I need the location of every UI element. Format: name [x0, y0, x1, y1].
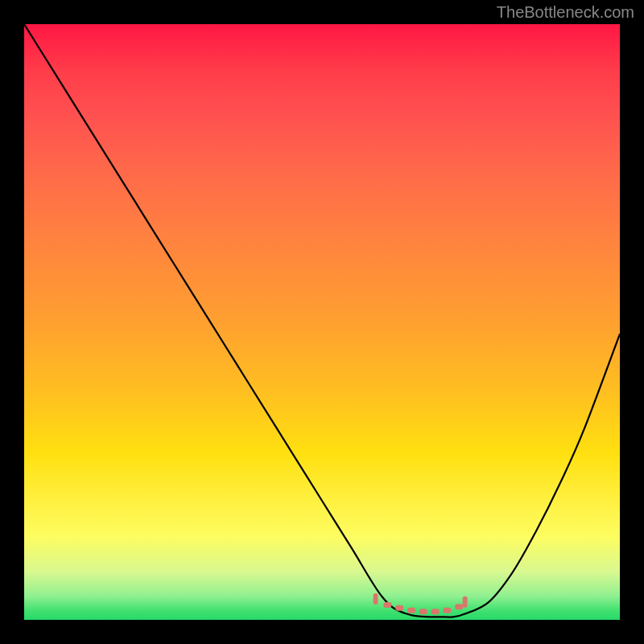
marker-dot	[383, 602, 391, 608]
plot-area	[24, 24, 620, 620]
optimal-zone-markers	[374, 593, 468, 614]
chart-svg	[24, 24, 620, 620]
attribution-text: TheBottleneck.com	[497, 3, 634, 22]
marker-dot	[431, 609, 440, 614]
marker-dot	[395, 605, 403, 611]
marker-dot	[443, 608, 451, 613]
bottleneck-curve-line	[24, 24, 620, 617]
marker-dot	[419, 609, 427, 614]
marker-dot	[374, 593, 378, 605]
marker-dot	[407, 608, 415, 613]
marker-dot	[463, 597, 468, 608]
marker-dot	[455, 604, 463, 609]
